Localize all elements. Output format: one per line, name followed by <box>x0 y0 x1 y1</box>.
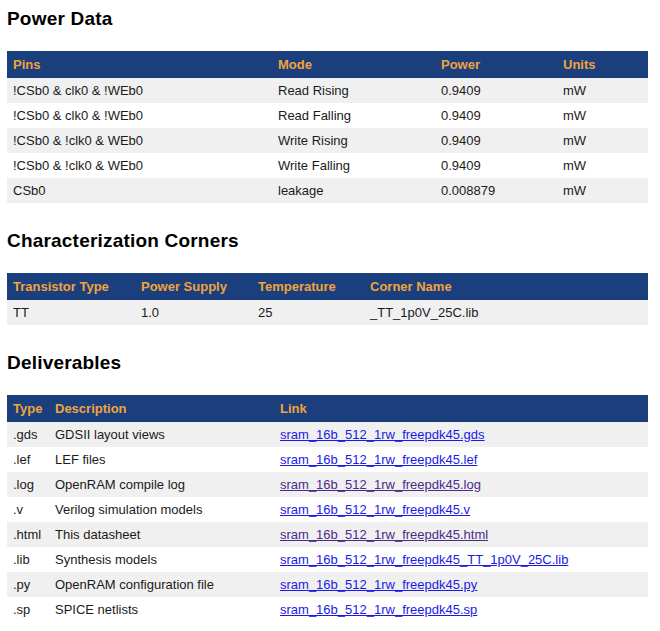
deliverable-file-link[interactable]: sram_16b_512_1rw_freepdk45.lef <box>280 452 477 467</box>
description-cell: This datasheet <box>49 522 274 547</box>
power-cell: 0.9409 <box>435 153 557 178</box>
pins-cell: !CSb0 & !clk0 & WEb0 <box>7 153 272 178</box>
deliverable-file-link[interactable]: sram_16b_512_1rw_freepdk45.py <box>280 577 477 592</box>
power-cell: 0.9409 <box>435 128 557 153</box>
mode-cell: Read Rising <box>272 78 435 103</box>
units-cell: mW <box>557 128 648 153</box>
column-header-units: Units <box>557 51 648 78</box>
table-row: .html This datasheet sram_16b_512_1rw_fr… <box>7 522 648 547</box>
link-cell: sram_16b_512_1rw_freepdk45.lef <box>274 447 648 472</box>
column-header-type: Type <box>7 395 49 422</box>
link-cell: sram_16b_512_1rw_freepdk45.sp <box>274 597 648 622</box>
power-cell: 0.008879 <box>435 178 557 203</box>
deliverable-file-link[interactable]: sram_16b_512_1rw_freepdk45.sp <box>280 602 477 617</box>
table-row: .log OpenRAM compile log sram_16b_512_1r… <box>7 472 648 497</box>
description-cell: OpenRAM compile log <box>49 472 274 497</box>
pins-cell: !CSb0 & clk0 & !WEb0 <box>7 78 272 103</box>
column-header-link: Link <box>274 395 648 422</box>
type-cell: .gds <box>7 422 49 447</box>
table-row: TT 1.0 25 _TT_1p0V_25C.lib <box>7 300 648 325</box>
deliverables-table-header-row: Type Description Link <box>7 395 648 422</box>
mode-cell: leakage <box>272 178 435 203</box>
table-row: !CSb0 & !clk0 & WEb0 Write Falling 0.940… <box>7 153 648 178</box>
type-cell: .lib <box>7 547 49 572</box>
units-cell: mW <box>557 103 648 128</box>
column-header-temperature: Temperature <box>252 273 364 300</box>
power-cell: 0.9409 <box>435 78 557 103</box>
description-cell: SPICE netlists <box>49 597 274 622</box>
power-supply-cell: 1.0 <box>135 300 252 325</box>
power-data-table: Pins Mode Power Units !CSb0 & clk0 & !WE… <box>7 51 648 203</box>
power-data-heading: Power Data <box>7 8 652 30</box>
column-header-description: Description <box>49 395 274 422</box>
type-cell: .v <box>7 497 49 522</box>
description-cell: LEF files <box>49 447 274 472</box>
mode-cell: Write Rising <box>272 128 435 153</box>
power-cell: 0.9409 <box>435 103 557 128</box>
column-header-pins: Pins <box>7 51 272 78</box>
mode-cell: Read Falling <box>272 103 435 128</box>
column-header-power: Power <box>435 51 557 78</box>
table-row: .gds GDSII layout views sram_16b_512_1rw… <box>7 422 648 447</box>
type-cell: .py <box>7 572 49 597</box>
pins-cell: CSb0 <box>7 178 272 203</box>
table-row: !CSb0 & clk0 & !WEb0 Read Rising 0.9409 … <box>7 78 648 103</box>
column-header-power-supply: Power Supply <box>135 273 252 300</box>
type-cell: .lef <box>7 447 49 472</box>
corner-name-cell: _TT_1p0V_25C.lib <box>364 300 648 325</box>
table-row: !CSb0 & clk0 & !WEb0 Read Falling 0.9409… <box>7 103 648 128</box>
deliverable-file-link[interactable]: sram_16b_512_1rw_freepdk45.html <box>280 527 488 542</box>
corners-table-header-row: Transistor Type Power Supply Temperature… <box>7 273 648 300</box>
table-row: .lib Synthesis models sram_16b_512_1rw_f… <box>7 547 648 572</box>
deliverables-heading: Deliverables <box>7 352 652 374</box>
link-cell: sram_16b_512_1rw_freepdk45.log <box>274 472 648 497</box>
description-cell: Verilog simulation models <box>49 497 274 522</box>
units-cell: mW <box>557 78 648 103</box>
deliverable-file-link[interactable]: sram_16b_512_1rw_freepdk45.gds <box>280 427 485 442</box>
table-row: .v Verilog simulation models sram_16b_51… <box>7 497 648 522</box>
characterization-corners-heading: Characterization Corners <box>7 230 652 252</box>
temperature-cell: 25 <box>252 300 364 325</box>
table-row: !CSb0 & !clk0 & WEb0 Write Rising 0.9409… <box>7 128 648 153</box>
table-row: .sp SPICE netlists sram_16b_512_1rw_free… <box>7 597 648 622</box>
type-cell: .sp <box>7 597 49 622</box>
table-row: .lef LEF files sram_16b_512_1rw_freepdk4… <box>7 447 648 472</box>
transistor-type-cell: TT <box>7 300 135 325</box>
deliverable-file-link[interactable]: sram_16b_512_1rw_freepdk45_TT_1p0V_25C.l… <box>280 552 568 567</box>
description-cell: OpenRAM configuration file <box>49 572 274 597</box>
column-header-mode: Mode <box>272 51 435 78</box>
description-cell: GDSII layout views <box>49 422 274 447</box>
deliverable-file-link[interactable]: sram_16b_512_1rw_freepdk45.log <box>280 477 481 492</box>
power-table-header-row: Pins Mode Power Units <box>7 51 648 78</box>
column-header-corner-name: Corner Name <box>364 273 648 300</box>
description-cell: Synthesis models <box>49 547 274 572</box>
link-cell: sram_16b_512_1rw_freepdk45.html <box>274 522 648 547</box>
type-cell: .html <box>7 522 49 547</box>
pins-cell: !CSb0 & clk0 & !WEb0 <box>7 103 272 128</box>
deliverable-file-link[interactable]: sram_16b_512_1rw_freepdk45.v <box>280 502 470 517</box>
column-header-transistor-type: Transistor Type <box>7 273 135 300</box>
type-cell: .log <box>7 472 49 497</box>
units-cell: mW <box>557 178 648 203</box>
mode-cell: Write Falling <box>272 153 435 178</box>
characterization-corners-table: Transistor Type Power Supply Temperature… <box>7 273 648 325</box>
link-cell: sram_16b_512_1rw_freepdk45.v <box>274 497 648 522</box>
table-row: .py OpenRAM configuration file sram_16b_… <box>7 572 648 597</box>
units-cell: mW <box>557 153 648 178</box>
table-row: CSb0 leakage 0.008879 mW <box>7 178 648 203</box>
deliverables-table: Type Description Link .gds GDSII layout … <box>7 395 648 622</box>
pins-cell: !CSb0 & !clk0 & WEb0 <box>7 128 272 153</box>
link-cell: sram_16b_512_1rw_freepdk45.gds <box>274 422 648 447</box>
link-cell: sram_16b_512_1rw_freepdk45_TT_1p0V_25C.l… <box>274 547 648 572</box>
link-cell: sram_16b_512_1rw_freepdk45.py <box>274 572 648 597</box>
